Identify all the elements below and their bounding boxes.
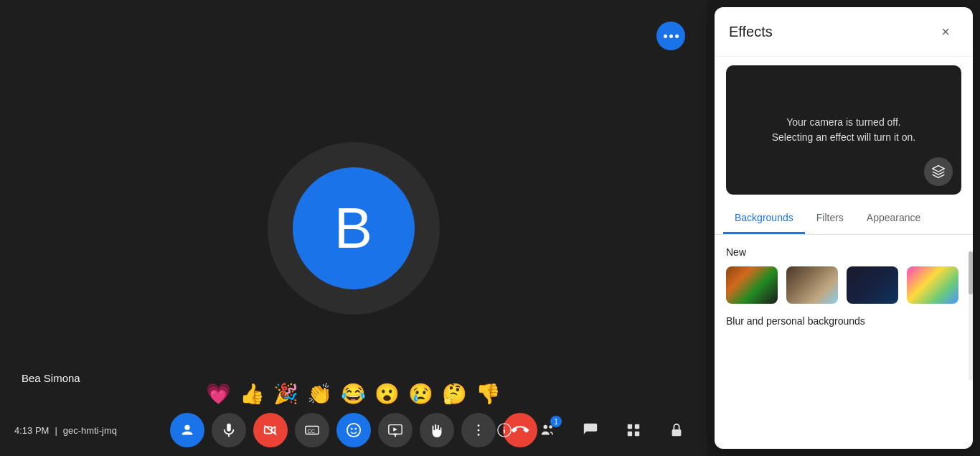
bottom-right-icons: 1 xyxy=(489,414,692,446)
emoji-think[interactable]: 🤔 xyxy=(442,382,467,406)
layers-button[interactable] xyxy=(924,157,953,186)
tab-appearance[interactable]: Appearance xyxy=(855,203,933,234)
emoji-bar: 💗 👍 🎉 👏 😂 😮 😢 🤔 👎 xyxy=(206,382,501,406)
camera-toggle-button[interactable] xyxy=(253,413,288,447)
participant-name: Bea Simona xyxy=(22,372,80,384)
emoji-party[interactable]: 🎉 xyxy=(273,382,298,406)
video-area: B Bea Simona 💗 👍 🎉 👏 😂 😮 😢 🤔 👎 4:13 PM |… xyxy=(0,0,707,456)
tab-backgrounds[interactable]: Backgrounds xyxy=(723,203,805,234)
time-info: 4:13 PM | gec-hmti-jmq xyxy=(14,425,117,436)
svg-point-14 xyxy=(477,434,479,436)
dot xyxy=(669,34,673,38)
people-button[interactable]: 1 xyxy=(532,414,563,446)
avatar-container: B xyxy=(268,142,440,315)
raise-hand-button[interactable] xyxy=(420,413,454,447)
svg-text:CC: CC xyxy=(307,428,315,434)
present-button[interactable] xyxy=(378,413,413,447)
svg-point-7 xyxy=(354,428,357,430)
emoji-clap[interactable]: 👏 xyxy=(307,382,332,406)
panel-header: Effects × xyxy=(715,7,973,57)
svg-point-13 xyxy=(477,429,479,432)
avatar: B xyxy=(293,167,415,289)
svg-rect-22 xyxy=(628,432,632,436)
panel-content: New Blur and personal backgrounds xyxy=(715,235,973,449)
emoji-thumbsup[interactable]: 👍 xyxy=(240,382,265,406)
effects-panel: Effects × Your camera is turned off. Sel… xyxy=(715,7,973,449)
emoji-sad[interactable]: 😢 xyxy=(408,382,433,406)
svg-marker-11 xyxy=(393,427,397,432)
new-section-title: New xyxy=(726,246,961,258)
tab-filters[interactable]: Filters xyxy=(805,203,855,234)
emoji-heart[interactable]: 💗 xyxy=(206,382,231,406)
blur-section-title: Blur and personal backgrounds xyxy=(726,315,961,327)
emoji-surprised[interactable]: 😮 xyxy=(374,382,400,406)
lock-button[interactable] xyxy=(661,414,692,446)
svg-point-0 xyxy=(184,425,189,430)
people-badge: 1 xyxy=(550,416,562,427)
svg-rect-20 xyxy=(628,424,632,429)
emoji-reaction-button[interactable] xyxy=(336,413,371,447)
profile-button[interactable] xyxy=(170,413,204,447)
time-display: 4:13 PM xyxy=(14,425,49,436)
separator: | xyxy=(55,425,57,436)
chat-button[interactable] xyxy=(575,414,606,446)
activities-button[interactable] xyxy=(618,414,649,446)
more-options-button[interactable] xyxy=(656,22,685,50)
svg-rect-24 xyxy=(672,429,682,436)
camera-off-text: Your camera is turned off. Selecting an … xyxy=(765,115,923,145)
panel-title: Effects xyxy=(729,24,773,40)
svg-rect-21 xyxy=(635,424,639,429)
background-thumb-1[interactable] xyxy=(726,266,778,304)
effects-tabs: Backgrounds Filters Appearance xyxy=(715,203,973,235)
avatar-ring: B xyxy=(268,142,440,315)
dot xyxy=(664,34,667,38)
controls-bar: 4:13 PM | gec-hmti-jmq CC xyxy=(0,404,707,456)
scrollbar-thumb[interactable] xyxy=(969,251,973,294)
mic-button[interactable] xyxy=(212,413,246,447)
svg-point-5 xyxy=(347,424,359,437)
camera-preview: Your camera is turned off. Selecting an … xyxy=(726,65,961,195)
meeting-code: gec-hmti-jmq xyxy=(63,425,117,436)
dot xyxy=(675,34,679,38)
svg-rect-1 xyxy=(227,424,231,432)
background-thumb-4[interactable] xyxy=(907,266,958,304)
svg-point-12 xyxy=(477,424,479,427)
background-thumb-2[interactable] xyxy=(786,266,838,304)
background-thumb-3[interactable] xyxy=(847,266,898,304)
svg-rect-23 xyxy=(635,432,639,436)
svg-point-18 xyxy=(544,425,548,429)
info-button[interactable] xyxy=(489,414,520,446)
scrollbar-track xyxy=(969,251,973,381)
backgrounds-grid xyxy=(726,266,961,304)
svg-point-6 xyxy=(350,428,352,430)
svg-point-17 xyxy=(504,427,505,428)
captions-button[interactable]: CC xyxy=(295,413,329,447)
emoji-thumbsdown[interactable]: 👎 xyxy=(476,382,501,406)
close-panel-button[interactable]: × xyxy=(933,19,958,45)
emoji-laugh[interactable]: 😂 xyxy=(341,382,366,406)
